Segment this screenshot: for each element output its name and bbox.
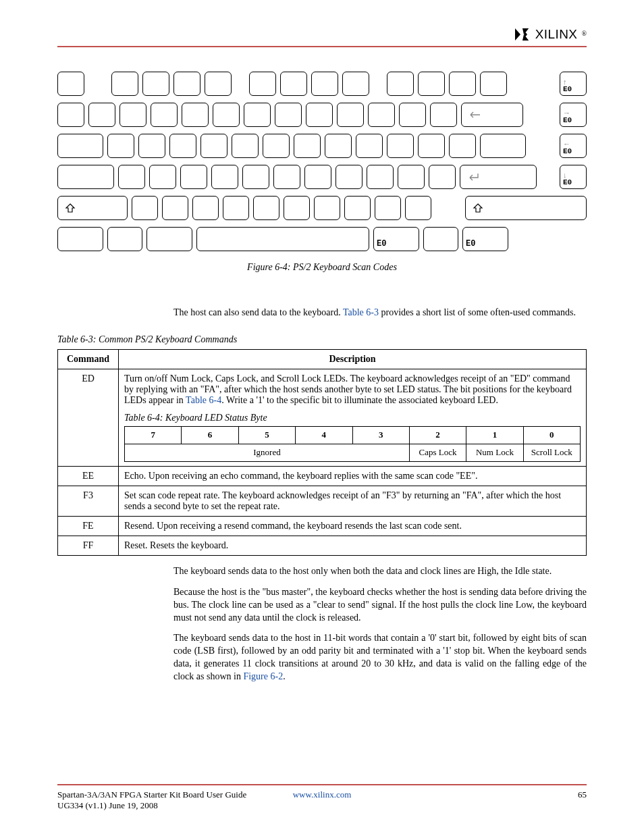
key-space	[196, 227, 369, 251]
key	[429, 165, 456, 189]
key	[132, 196, 158, 220]
page-footer: Spartan-3A/3AN FPGA Starter Kit Board Us…	[57, 784, 587, 811]
key	[57, 103, 84, 127]
key	[275, 103, 302, 127]
key	[399, 103, 426, 127]
footer-doc-title: Spartan-3A/3AN FPGA Starter Kit Board Us…	[57, 789, 246, 800]
key	[387, 72, 414, 96]
kb-row-home: ↓ E0	[57, 165, 587, 189]
key	[205, 72, 232, 96]
footer-site-link[interactable]: www.xilinx.com	[293, 789, 352, 800]
col-description: Description	[119, 349, 587, 369]
key	[367, 165, 394, 189]
key-arrow-left: ← E0	[560, 134, 587, 158]
table-row: EE Echo. Upon receiving an echo command,…	[58, 466, 587, 486]
key	[223, 196, 249, 220]
key	[162, 196, 188, 220]
table-row: FF Reset. Resets the keyboard.	[58, 536, 587, 555]
inner-table-caption: Table 6-4: Keyboard LED Status Byte	[124, 413, 581, 423]
figure-caption: Figure 6-4: PS/2 Keyboard Scan Codes	[57, 262, 587, 273]
key	[169, 134, 196, 158]
link-figure-6-2[interactable]: Figure 6-2	[243, 671, 283, 681]
link-table-6-3[interactable]: Table 6-3	[343, 307, 379, 317]
key	[368, 103, 395, 127]
key	[344, 196, 371, 220]
key-alt-left	[146, 227, 192, 251]
kb-row-function: ↑ E0	[57, 72, 587, 96]
table-caption: Table 6-3: Common PS/2 Keyboard Commands	[57, 334, 587, 345]
key	[356, 134, 383, 158]
key	[342, 72, 369, 96]
key	[180, 165, 207, 189]
key	[118, 165, 145, 189]
key	[119, 103, 146, 127]
key-arrow-down: ↓ E0	[560, 165, 587, 189]
key-shift-right	[465, 196, 586, 220]
kb-row-shift	[57, 196, 587, 220]
key-tab	[57, 134, 103, 158]
key	[149, 165, 176, 189]
key-backspace	[461, 103, 523, 127]
key	[107, 227, 142, 251]
key	[423, 227, 458, 251]
key	[418, 134, 445, 158]
page-header: XILINX ®	[57, 27, 587, 47]
key	[284, 196, 310, 220]
key	[138, 134, 165, 158]
key-alt-right: E0	[373, 227, 419, 251]
key	[173, 72, 200, 96]
key	[244, 103, 271, 127]
key	[253, 196, 279, 220]
link-table-6-4[interactable]: Table 6-4	[186, 395, 221, 405]
key	[213, 103, 240, 127]
key	[273, 165, 300, 189]
key	[242, 165, 269, 189]
key	[480, 134, 526, 158]
keyboard-figure: ↑ E0	[57, 72, 587, 273]
key	[111, 72, 138, 96]
key-ctrl-right: E0	[462, 227, 508, 251]
key	[480, 72, 507, 96]
led-table: 7 6 5 4 3 2 1 0 Ignored Ca	[124, 426, 581, 462]
col-command: Command	[58, 349, 119, 369]
key	[249, 72, 276, 96]
para-11bit: The keyboard sends data to the host in 1…	[173, 632, 587, 683]
key-ctrl-left	[57, 227, 103, 251]
key	[280, 72, 307, 96]
key	[405, 196, 431, 220]
key	[192, 196, 219, 220]
key	[107, 134, 134, 158]
key	[263, 134, 290, 158]
key	[325, 134, 352, 158]
key	[232, 134, 259, 158]
key	[200, 134, 227, 158]
key	[449, 134, 476, 158]
para-host-send: The host can also send data to the keybo…	[173, 307, 587, 319]
key	[304, 165, 331, 189]
key	[142, 72, 169, 96]
key	[387, 134, 414, 158]
key	[449, 72, 476, 96]
key	[314, 196, 340, 220]
para-idle-state: The keyboard sends data to the host only…	[173, 565, 587, 578]
key	[430, 103, 457, 127]
kb-row-bottom: E0 E0	[57, 227, 587, 251]
key	[398, 165, 425, 189]
xilinx-logo	[514, 27, 531, 42]
kb-row-number: → E0	[57, 103, 587, 127]
brand-text: XILINX	[535, 27, 578, 42]
key	[151, 103, 178, 127]
table-row: ED Turn on/off Num Lock, Caps Lock, and …	[58, 369, 587, 466]
key	[337, 103, 364, 127]
key	[375, 196, 401, 220]
key	[418, 72, 445, 96]
key	[211, 165, 238, 189]
key-enter	[460, 165, 537, 189]
command-table: Command Description ED Turn on/off Num L…	[57, 349, 587, 556]
key	[88, 103, 115, 127]
key-arrow-right: → E0	[560, 103, 587, 127]
footer-page-number: 65	[578, 789, 587, 811]
table-row: F3 Set scan code repeat rate. The keyboa…	[58, 486, 587, 516]
footer-doc-id: UG334 (v1.1) June 19, 2008	[57, 800, 246, 811]
key-shift-left	[57, 196, 128, 220]
